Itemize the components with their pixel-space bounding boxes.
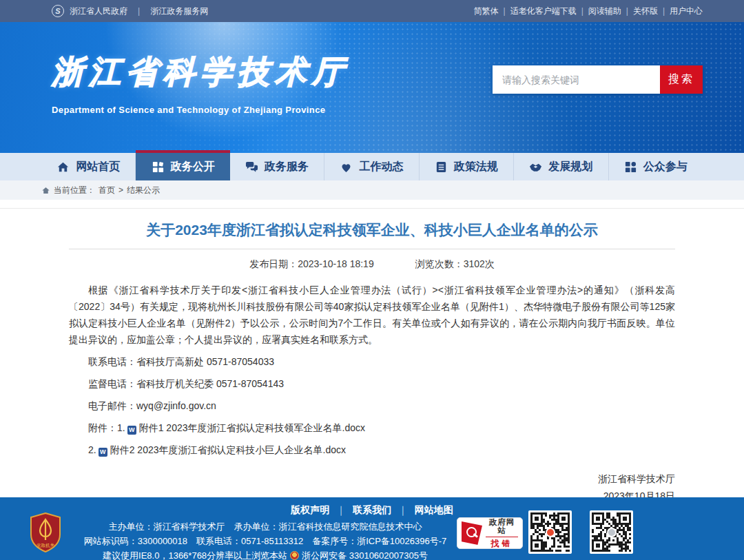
error-report-magnifier-icon [462,521,482,545]
nav-label: 工作动态 [359,160,403,174]
attachment-number: 1. [117,422,125,433]
attachments-label: 附件： [88,422,117,433]
elderly-client-download-link[interactable]: 适老化客户端下载 [510,6,577,16]
nav-item-public-participation[interactable]: 公众参与 [609,153,703,180]
gov-site-error-report-badge[interactable]: 政府网站 找错 [457,517,523,549]
contact-phone-line: 联系电话：省科技厅高新处 0571-87054033 [69,353,675,370]
site-banner: 浙江省科学技术厅 Department of Science and Techn… [0,22,744,153]
email-line: 电子邮件：wyq@zjinfo.gov.cn [69,397,675,414]
word-doc-icon: W [99,448,107,457]
weibo-qr-code [528,510,572,554]
location-home-icon [41,186,50,195]
article-meta: 发布日期：2023-10-18 18:19浏览次数：3102次 [69,258,675,271]
footer-registration-line: 网站标识码：3300000018 联系电话：0571-85113312 备案序号… [83,534,448,548]
red-shield-icon: 党政机关 [29,512,62,552]
browser-tip: 建议使用IE8.0，1366*768分辨率以上浏览本站 [103,550,287,560]
article-container: 关于2023年度浙江省拟认定科技领军企业、科技小巨人企业名单的公示 发布日期：2… [69,209,675,543]
nav-item-gov-services[interactable]: 政务服务 [230,153,324,180]
topbar-separator: | [626,6,628,16]
attachment-row: 附件：1.W附件1 2023年度浙江省拟认定科技领军企业名单.docx [69,419,675,436]
nav-label: 网站首页 [76,160,120,174]
zhejiang-gov-logo-icon: S [52,5,64,17]
nav-label: 公众参与 [643,160,688,174]
site-brand[interactable]: 浙江省科学技术厅 Department of Science and Techn… [52,51,349,115]
article-body: 根据《浙江省科学技术厅关于印发<浙江省科技小巨人企业管理办法（试行）><浙江省科… [69,282,675,505]
blocks-icon [152,160,165,174]
attachment-link-1[interactable]: 附件1 2023年度浙江省拟认定科技领军企业名单.docx [139,422,365,433]
topbar-separator: | [138,6,140,16]
nav-item-home[interactable]: 网站首页 [41,153,136,180]
signature-org: 浙江省科学技术厅 [69,470,675,488]
view-count: 浏览次数：3102次 [415,258,495,269]
search-input[interactable] [493,65,660,94]
qr-pattern [530,512,570,552]
contact-us-link[interactable]: 联系我们 [353,504,391,515]
nav-label: 政务公开 [171,160,215,174]
site-footer: 版权声明｜联系我们｜网站地图 主办单位：浙江省科学技术厅 承办单位：浙江省科技信… [0,497,744,560]
wechat-qr-code [590,510,633,554]
error-report-line2: 找错 [486,539,518,548]
public-security-badge-icon [290,551,299,560]
attachment-row: 2.W附件2 2023年度浙江省拟认定科技小巨人企业名单.docx [69,442,675,458]
footer-link-separator: ｜ [336,504,346,515]
service-site-link[interactable]: 浙江政务服务网 [150,6,208,17]
handshake-icon [529,160,542,174]
main-navigation: 网站首页 政务公开 政务服务 工作动态 政策法规 发展规划 公众参与 [0,153,744,180]
footer-organizer-line: 主办单位：浙江省科学技术厅 承办单位：浙江省科技信息研究院信息技术中心 [83,519,448,534]
wechat-logo-icon [607,528,617,537]
footer-link-separator: ｜ [398,504,408,515]
site-code: 网站标识码：3300000018 [84,536,187,546]
party-gov-emblem[interactable]: 党政机关 [29,512,62,555]
publish-date: 发布日期：2023-10-18 18:19 [249,258,374,269]
topbar-right: 简繁体|适老化客户端下载|阅读辅助|关怀版|用户中心 [474,6,703,17]
nav-item-work-updates[interactable]: 工作动态 [324,153,419,180]
site-search: 搜索 [493,65,703,94]
nav-item-policies[interactable]: 政策法规 [420,153,514,180]
breadcrumb-label: 当前位置： [54,185,95,196]
care-version-link[interactable]: 关怀版 [633,6,658,16]
gov-portal-link[interactable]: 浙江省人民政府 [70,6,127,17]
nav-label: 政策法规 [454,160,498,174]
svg-text:党政机关: 党政机关 [37,543,55,548]
undertaker: 承办单位：浙江省科技信息研究院信息技术中心 [234,521,422,532]
nav-item-gov-disclosure[interactable]: 政务公开 [136,150,229,180]
attachment-link-2[interactable]: 附件2 2023年度浙江省拟认定科技小巨人企业名单.docx [110,444,346,455]
breadcrumb: 当前位置： 首页 > 结果公示 [0,180,744,200]
footer-browser-line: 建议使用IE8.0，1366*768分辨率以上浏览本站浙公网安备 3301060… [83,548,448,560]
search-button[interactable]: 搜索 [660,65,703,94]
chat-icon [245,160,258,174]
reading-aid-link[interactable]: 阅读辅助 [588,6,621,16]
simplified-traditional-link[interactable]: 简繁体 [474,6,499,16]
site-title: 浙江省科学技术厅 [52,51,349,94]
breadcrumb-current: 结果公示 [127,185,160,196]
topbar-separator: | [581,6,583,16]
icp-record: 备案序号：浙ICP备10026396号-7 [312,536,446,546]
nav-item-development-plans[interactable]: 发展规划 [514,153,608,180]
article-paragraph: 根据《浙江省科学技术厅关于印发<浙江省科技小巨人企业管理办法（试行）><浙江省科… [69,282,675,348]
nav-label: 政务服务 [265,160,309,174]
heart-icon [340,160,353,174]
topbar-separator: | [504,6,506,16]
top-utility-bar: S 浙江省人民政府 | 浙江政务服务网 简繁体|适老化客户端下载|阅读辅助|关怀… [0,0,744,22]
participation-icon [624,160,637,174]
sitemap-link[interactable]: 网站地图 [415,504,453,515]
error-report-line1: 政府网站 [486,519,518,537]
security-record-link[interactable]: 浙公网安备 33010602007305号 [302,550,428,560]
home-icon [56,160,70,174]
user-center-link[interactable]: 用户中心 [670,6,703,16]
topbar-separator: | [663,6,665,16]
copyright-link[interactable]: 版权声明 [291,504,329,515]
breadcrumb-separator: > [118,185,123,195]
document-icon [435,160,448,174]
supervision-phone-line: 监督电话：省科技厅机关纪委 0571-87054143 [69,375,675,392]
qr-pattern [592,512,631,552]
article-title: 关于2023年度浙江省拟认定科技领军企业、科技小巨人企业名单的公示 [69,220,675,249]
footer-phone: 联系电话：0571-85113312 [196,536,303,546]
nav-label: 发展规划 [548,160,592,174]
breadcrumb-home-link[interactable]: 首页 [99,185,115,196]
error-report-text: 政府网站 找错 [486,519,518,548]
footer-info: 主办单位：浙江省科学技术厅 承办单位：浙江省科技信息研究院信息技术中心 网站标识… [83,519,448,560]
weibo-logo-icon [546,528,555,537]
organizer: 主办单位：浙江省科学技术厅 [109,521,225,532]
word-doc-icon: W [127,426,136,435]
